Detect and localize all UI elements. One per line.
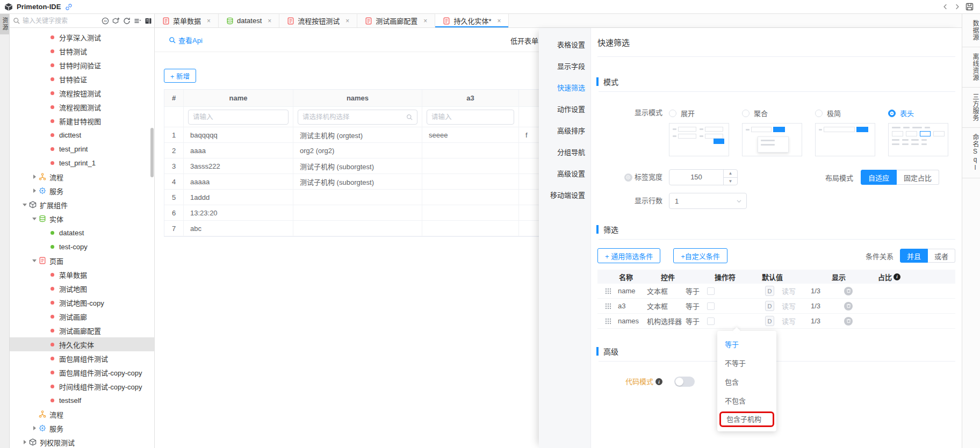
view-api-link[interactable]: 查看Api	[169, 35, 203, 45]
expand-arrow-icon[interactable]	[31, 187, 39, 194]
menu-item-advanced-sort[interactable]: 高级排序	[539, 120, 590, 142]
tab-persistent-entity[interactable]: 持久化实体*×	[435, 14, 509, 27]
menu-item-table-settings[interactable]: 表格设置	[539, 34, 590, 56]
close-icon[interactable]: ×	[497, 18, 501, 24]
table-row[interactable]: 7abc	[164, 221, 564, 236]
tree-item[interactable]: test_print	[10, 142, 154, 156]
row-count-select[interactable]: 1	[669, 193, 747, 209]
right-strip-tab-named-sql[interactable]: 命名Sql	[962, 128, 980, 178]
tree-item[interactable]: datatest	[10, 226, 154, 240]
default-value-checkbox[interactable]	[707, 317, 715, 325]
table-row[interactable]: 2aaaaorg2 (org2)	[164, 143, 564, 158]
nav-back-icon[interactable]	[942, 3, 949, 10]
data-binding-button[interactable]: D	[765, 286, 774, 296]
low-code-form-label[interactable]: 低开表单	[510, 35, 538, 46]
tree-item[interactable]: 测试画廊	[10, 309, 154, 323]
dropdown-item-contains[interactable]: 包含	[717, 373, 776, 392]
tree-item[interactable]: 流程	[10, 407, 154, 421]
tree-item[interactable]: 面包屑组件测试-copy-copy	[10, 365, 154, 379]
tree-item[interactable]: 服务	[10, 421, 154, 435]
search-input[interactable]	[23, 17, 102, 25]
save-icon[interactable]	[965, 3, 974, 11]
tree-item[interactable]: test_print_1	[10, 156, 154, 170]
table-row[interactable]: 1baqqqqq测试主机构 (orgtest)seeeef	[164, 127, 564, 143]
tree-item-selected[interactable]: 持久化实体	[10, 337, 154, 351]
radio-selected-icon[interactable]	[888, 110, 896, 117]
nav-forward-icon[interactable]	[954, 3, 961, 10]
tree-item[interactable]: 服务	[10, 184, 154, 198]
layout-adaptive-button[interactable]: 自适应	[861, 170, 897, 185]
stepper-down-icon[interactable]: ▼	[724, 178, 737, 185]
menu-item-quick-filter[interactable]: 快速筛选	[539, 77, 590, 99]
tree-item[interactable]: dicttest	[10, 128, 154, 142]
table-row[interactable]: 4aaaaa测试子机构 (suborgtest)	[164, 174, 564, 190]
collapse-arrow-icon[interactable]	[31, 215, 39, 222]
tree-item[interactable]: 流程视图测试	[10, 100, 154, 114]
right-strip-tab-datasource[interactable]: 数据源	[962, 14, 980, 47]
display-mode-option-aggregate[interactable]: 聚合	[742, 108, 802, 156]
tree-item[interactable]: 页面	[10, 254, 154, 268]
menu-item-group-nav[interactable]: 分组导航	[539, 142, 590, 163]
default-value-checkbox[interactable]	[707, 287, 715, 295]
info-icon[interactable]: i	[655, 378, 662, 385]
relation-and-button[interactable]: 并且	[900, 249, 928, 263]
sidebar-scrollbar[interactable]	[150, 128, 154, 177]
tab-menu-data[interactable]: 菜单数据×	[155, 14, 219, 27]
drag-handle-icon[interactable]	[605, 288, 611, 294]
menu-item-mobile-settings[interactable]: 移动端设置	[539, 185, 590, 206]
expand-arrow-icon[interactable]	[31, 173, 39, 180]
table-row[interactable]: 613:23:20	[164, 205, 564, 221]
add-row-button[interactable]: + 新增	[164, 69, 196, 83]
tree-item[interactable]: 面包屑组件测试	[10, 351, 154, 365]
tree-item[interactable]: 测试地图	[10, 281, 154, 295]
table-row[interactable]: 51addd	[164, 190, 564, 205]
dropdown-item-contains-sub-org[interactable]: 包含子机构	[719, 411, 774, 427]
column-header-name[interactable]: name	[184, 90, 293, 106]
layout-fixed-button[interactable]: 固定占比	[897, 170, 939, 185]
collapse-arrow-icon[interactable]	[31, 257, 39, 264]
stepper-up-icon[interactable]: ▲	[724, 170, 737, 178]
expand-arrow-icon[interactable]	[31, 424, 39, 432]
tab-flow-button-test[interactable]: 流程按钮测试×	[279, 14, 357, 27]
dropdown-item-not-equals[interactable]: 不等于	[717, 354, 776, 373]
dropdown-item-equals[interactable]: 等于	[717, 335, 776, 354]
right-strip-tab-offline-resources[interactable]: 离线资源	[962, 47, 980, 88]
display-readwrite[interactable]: 读写	[782, 301, 811, 311]
add-common-filter-button[interactable]: + 通用筛选条件	[597, 248, 660, 263]
operator-dropdown-trigger[interactable]: 等于	[686, 286, 701, 296]
tree-item[interactable]: 流程	[10, 170, 154, 184]
new-component-icon[interactable]	[112, 17, 120, 25]
menu-item-advanced-settings[interactable]: 高级设置	[539, 163, 590, 185]
tree-item[interactable]: 扩展组件	[10, 198, 154, 212]
close-icon[interactable]: ×	[345, 18, 349, 24]
drag-handle-icon[interactable]	[605, 303, 611, 309]
tree-item[interactable]: 测试画廊配置	[10, 323, 154, 337]
dropdown-item-not-contains[interactable]: 不包含	[717, 392, 776, 410]
tree-item[interactable]: testself	[10, 393, 154, 407]
drag-handle-icon[interactable]	[605, 318, 611, 324]
tree-item[interactable]: 甘特测试	[10, 44, 154, 58]
tree-item[interactable]: 时间线组件测试-copy-copy	[10, 379, 154, 393]
filter-input-names[interactable]	[302, 113, 406, 121]
tab-gallery-config[interactable]: 测试画廊配置×	[357, 14, 435, 27]
delete-icon[interactable]	[844, 317, 853, 326]
tree-item[interactable]: 实体	[10, 212, 154, 226]
delete-icon[interactable]	[844, 302, 853, 310]
default-value-checkbox[interactable]	[707, 302, 715, 310]
display-mode-option-minimal[interactable]: 极简	[815, 108, 875, 156]
menu-item-action-settings[interactable]: 动作设置	[539, 99, 590, 120]
filter-input-name[interactable]	[193, 113, 284, 121]
tree-item[interactable]: 甘特验证	[10, 72, 154, 86]
tree-item[interactable]: test-copy	[10, 240, 154, 254]
right-strip-tab-third-party[interactable]: 三方服务	[962, 88, 980, 128]
tree-item[interactable]: 流程按钮测试	[10, 86, 154, 100]
operator-dropdown-trigger[interactable]: 等于	[686, 316, 701, 326]
tree-item[interactable]: 分享深入测试	[10, 30, 154, 44]
link-icon[interactable]	[65, 3, 73, 11]
column-header-a3[interactable]: a3	[422, 90, 519, 106]
filter-input-a3[interactable]	[431, 113, 509, 121]
display-readwrite[interactable]: 读写	[782, 286, 811, 296]
column-header-names[interactable]: names	[293, 90, 422, 106]
tab-datatest[interactable]: datatest×	[219, 14, 279, 27]
tree-item[interactable]: 测试地图-copy	[10, 295, 154, 309]
